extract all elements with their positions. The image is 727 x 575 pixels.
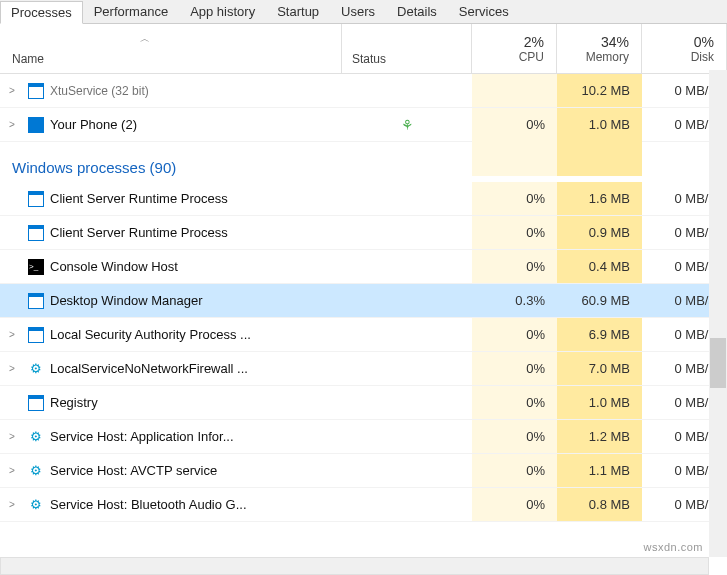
tab-app-history[interactable]: App history xyxy=(179,0,266,23)
process-mem: 7.0 MB xyxy=(557,352,642,385)
process-icon-cell xyxy=(24,327,48,343)
tab-users[interactable]: Users xyxy=(330,0,386,23)
window-icon xyxy=(28,225,44,241)
process-row[interactable]: >⚙Service Host: Bluetooth Audio G...0%0.… xyxy=(0,488,727,522)
column-header-cpu[interactable]: 2% CPU xyxy=(472,24,557,73)
process-name: Service Host: Bluetooth Audio G... xyxy=(48,497,342,512)
process-cpu: 0% xyxy=(472,250,557,283)
process-name: Service Host: Application Infor... xyxy=(48,429,342,444)
process-name: Client Server Runtime Process xyxy=(48,225,342,240)
process-mem: 1.6 MB xyxy=(557,182,642,215)
process-name: Your Phone (2) xyxy=(48,117,342,132)
window-icon xyxy=(28,327,44,343)
process-cpu: 0.3% xyxy=(472,284,557,317)
gear-icon: ⚙ xyxy=(28,361,44,377)
process-row[interactable]: Desktop Window Manager0.3%60.9 MB0 MB/s xyxy=(0,284,727,318)
column-header-memory[interactable]: 34% Memory xyxy=(557,24,642,73)
expand-chevron-icon[interactable]: > xyxy=(0,363,24,374)
vertical-scrollbar[interactable] xyxy=(709,70,727,557)
process-cpu: 0% xyxy=(472,318,557,351)
disk-label: Disk xyxy=(642,50,714,64)
gear-icon: ⚙ xyxy=(28,497,44,513)
process-mem: 10.2 MB xyxy=(557,74,642,107)
process-icon-cell: >_ xyxy=(24,259,48,275)
process-status: ⚘ xyxy=(342,117,472,133)
disk-usage-pct: 0% xyxy=(642,34,714,50)
process-icon-cell: ⚙ xyxy=(24,463,48,479)
tab-details[interactable]: Details xyxy=(386,0,448,23)
process-row[interactable]: >XtuService (32 bit)10.2 MB0 MB/s xyxy=(0,74,727,108)
column-header-status[interactable]: Status xyxy=(342,24,472,73)
process-icon-cell xyxy=(24,395,48,411)
gear-icon: ⚙ xyxy=(28,463,44,479)
group-label: Windows processes (90) xyxy=(0,159,342,176)
cpu-usage-pct: 2% xyxy=(472,34,544,50)
expand-chevron-icon[interactable]: > xyxy=(0,431,24,442)
process-row[interactable]: >⚙Service Host: Application Infor...0%1.… xyxy=(0,420,727,454)
process-mem: 1.0 MB xyxy=(557,386,642,419)
process-icon-cell: ⚙ xyxy=(24,361,48,377)
tab-performance[interactable]: Performance xyxy=(83,0,179,23)
memory-label: Memory xyxy=(557,50,629,64)
expand-chevron-icon[interactable]: > xyxy=(0,85,24,96)
cpu-label: CPU xyxy=(472,50,544,64)
process-mem: 1.1 MB xyxy=(557,454,642,487)
process-icon-cell xyxy=(24,117,48,133)
leaf-icon: ⚘ xyxy=(401,117,414,133)
process-row[interactable]: >Local Security Authority Process ...0%6… xyxy=(0,318,727,352)
process-cpu: 0% xyxy=(472,216,557,249)
expand-chevron-icon[interactable]: > xyxy=(0,329,24,340)
expand-chevron-icon[interactable]: > xyxy=(0,119,24,130)
process-icon-cell xyxy=(24,191,48,207)
process-cpu: 0% xyxy=(472,454,557,487)
process-icon-cell: ⚙ xyxy=(24,497,48,513)
window-icon xyxy=(28,395,44,411)
process-name: Service Host: AVCTP service xyxy=(48,463,342,478)
horizontal-scrollbar[interactable] xyxy=(0,557,709,575)
process-name: Client Server Runtime Process xyxy=(48,191,342,206)
process-icon-cell xyxy=(24,293,48,309)
process-name: Desktop Window Manager xyxy=(48,293,342,308)
column-headers: ︿ Name Status 2% CPU 34% Memory 0% Disk xyxy=(0,24,727,74)
process-cpu: 0% xyxy=(472,182,557,215)
watermark: wsxdn.com xyxy=(643,541,703,553)
column-header-disk[interactable]: 0% Disk xyxy=(642,24,727,73)
sort-chevron-icon: ︿ xyxy=(140,32,150,46)
process-mem: 60.9 MB xyxy=(557,284,642,317)
process-cpu: 0% xyxy=(472,420,557,453)
column-header-name[interactable]: Name xyxy=(0,24,342,73)
vertical-scroll-thumb[interactable] xyxy=(710,338,726,388)
window-icon xyxy=(28,191,44,207)
process-group-header[interactable]: Windows processes (90) xyxy=(0,142,727,182)
tab-processes[interactable]: Processes xyxy=(0,1,83,24)
process-mem: 6.9 MB xyxy=(557,318,642,351)
process-cpu: 0% xyxy=(472,386,557,419)
tab-bar: ProcessesPerformanceApp historyStartupUs… xyxy=(0,0,727,24)
process-mem: 0.9 MB xyxy=(557,216,642,249)
tab-services[interactable]: Services xyxy=(448,0,520,23)
horizontal-scroll-track[interactable] xyxy=(0,557,709,575)
expand-chevron-icon[interactable]: > xyxy=(0,465,24,476)
phone-icon xyxy=(28,117,44,133)
window-icon xyxy=(28,293,44,309)
process-list: >XtuService (32 bit)10.2 MB0 MB/s>Your P… xyxy=(0,74,727,554)
memory-usage-pct: 34% xyxy=(557,34,629,50)
process-row[interactable]: >⚙Service Host: AVCTP service0%1.1 MB0 M… xyxy=(0,454,727,488)
process-row[interactable]: Registry0%1.0 MB0 MB/s xyxy=(0,386,727,420)
process-mem: 0.8 MB xyxy=(557,488,642,521)
process-cpu: 0% xyxy=(472,352,557,385)
tab-startup[interactable]: Startup xyxy=(266,0,330,23)
process-row[interactable]: Client Server Runtime Process0%1.6 MB0 M… xyxy=(0,182,727,216)
gear-icon: ⚙ xyxy=(28,429,44,445)
process-row[interactable]: >_Console Window Host0%0.4 MB0 MB/s xyxy=(0,250,727,284)
process-mem: 1.2 MB xyxy=(557,420,642,453)
process-row[interactable]: >⚙LocalServiceNoNetworkFirewall ...0%7.0… xyxy=(0,352,727,386)
console-icon: >_ xyxy=(28,259,44,275)
process-cpu: 0% xyxy=(472,488,557,521)
window-icon xyxy=(28,83,44,99)
expand-chevron-icon[interactable]: > xyxy=(0,499,24,510)
process-name: Registry xyxy=(48,395,342,410)
process-name: LocalServiceNoNetworkFirewall ... xyxy=(48,361,342,376)
process-icon-cell: ⚙ xyxy=(24,429,48,445)
process-row[interactable]: Client Server Runtime Process0%0.9 MB0 M… xyxy=(0,216,727,250)
